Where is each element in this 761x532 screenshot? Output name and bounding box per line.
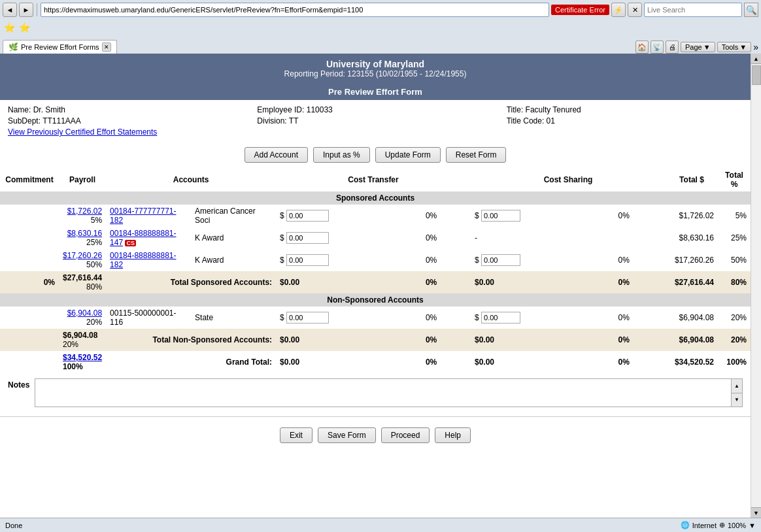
zoom-level: 100%	[728, 522, 746, 529]
back-button[interactable]: ◄	[3, 3, 17, 17]
feeds-button[interactable]: 📡	[651, 41, 664, 54]
input-as-pct-button[interactable]: Input as %	[313, 147, 370, 163]
reset-form-button[interactable]: Reset Form	[446, 147, 507, 163]
payroll-pct-3: 50%	[86, 260, 102, 269]
cs-input-1[interactable]	[481, 210, 520, 222]
status-right: 🌐 Internet ⊕ 100% ▼	[681, 521, 756, 529]
tab-bar: 🌿 Pre Review Effort Forms ✕ 🏠 📡 🖨 Page ▼…	[0, 35, 761, 54]
ct-dollar-cell-3: $	[276, 249, 422, 271]
table-row: $8,630.16 25% 00184-888888881-147 CS K A…	[0, 227, 751, 249]
ns-total-cs-dollar: $0.00	[471, 329, 614, 351]
col-header-total-dollar: Total $	[666, 168, 718, 191]
more-button[interactable]: »	[753, 42, 758, 52]
live-search-input[interactable]	[644, 3, 742, 17]
scroll-down-button[interactable]: ▼	[751, 507, 761, 518]
internet-icon: 🌐	[681, 521, 690, 529]
col-header-cost-sharing: Cost Sharing	[471, 168, 666, 191]
description-cell-3: K Award	[191, 249, 276, 271]
name-value: Dr. Smith	[33, 105, 65, 114]
ns-cs-input-1[interactable]	[481, 312, 520, 324]
favorites-star-button[interactable]: ⭐	[3, 21, 16, 34]
active-tab[interactable]: 🌿 Pre Review Effort Forms ✕	[3, 40, 117, 54]
vertical-scrollbar[interactable]: ▲ ▼	[751, 54, 761, 518]
exit-button[interactable]: Exit	[280, 427, 313, 443]
help-button[interactable]: Help	[435, 427, 471, 443]
gt-cs-dollar: $0.00	[471, 351, 614, 373]
scroll-up-button[interactable]: ▲	[751, 54, 761, 64]
browser-window: ◄ ► Certificate Error ⚡ ✕ 🔍 ⭐ ⭐ 🌿 Pre Re…	[0, 0, 761, 532]
grand-total-row: $34,520.52 100% Grand Total: $0.00 0% $0…	[0, 351, 751, 373]
add-account-button[interactable]: Add Account	[245, 147, 308, 163]
cert-error-button[interactable]: Certificate Error	[551, 5, 609, 15]
scroll-thumb[interactable]	[752, 65, 761, 85]
subdept-value: TT111AAA	[42, 116, 81, 125]
col-header-total-pct: Total %	[718, 168, 751, 191]
payroll-link-1[interactable]: $1,726.02	[67, 207, 102, 216]
non-sponsored-header: Non-Sponsored Accounts	[0, 293, 751, 307]
non-sponsored-total-row: $6,904.08 20% Total Non-Sponsored Accoun…	[0, 329, 751, 351]
view-link-row: View Previously Certified Effort Stateme…	[8, 127, 743, 137]
notes-scroll-up-button[interactable]: ▲	[732, 379, 742, 393]
search-go-button[interactable]: 🔍	[744, 3, 758, 17]
address-bar[interactable]	[41, 3, 549, 17]
proceed-button[interactable]: Proceed	[381, 427, 430, 443]
total-pct-cell-3: 50%	[718, 249, 751, 271]
gt-payroll-link[interactable]: $34,520.52	[63, 353, 102, 362]
ct-input-2[interactable]	[286, 232, 329, 244]
payroll-link-3[interactable]: $17,260.26	[63, 251, 102, 260]
save-form-button[interactable]: Save Form	[318, 427, 376, 443]
ct-input-1[interactable]	[286, 210, 329, 222]
page-button[interactable]: Page ▼	[681, 42, 715, 52]
subdept-label: SubDept:	[8, 116, 41, 125]
add-favorite-button[interactable]: ⭐	[18, 21, 31, 34]
commitment-cell	[0, 249, 59, 271]
employee-info: Name: Dr. Smith Employee ID: 110033 Titl…	[0, 100, 751, 142]
ns-payroll-link-1[interactable]: $6,904.08	[67, 308, 102, 318]
division-label: Division:	[257, 116, 286, 125]
bottom-button-row: Exit Save Form Proceed Help	[0, 421, 751, 450]
subdept-col: SubDept: TT111AAA	[8, 116, 244, 125]
refresh-button[interactable]: ⚡	[611, 3, 626, 17]
notes-scroll-down-button[interactable]: ▼	[732, 393, 742, 407]
account-link-cell-1: 00184-777777771-182	[106, 205, 191, 227]
notes-textarea[interactable]	[35, 379, 731, 407]
notes-textarea-container: ▲ ▼	[35, 378, 743, 407]
sponsored-total-commitment: 0%	[0, 271, 59, 293]
account-link-1[interactable]: 00184-777777771-182	[110, 207, 176, 225]
payroll-link-2[interactable]: $8,630.16	[67, 229, 102, 238]
tab-close-button[interactable]: ✕	[102, 42, 111, 52]
payroll-cell: $8,630.16 25%	[59, 227, 106, 249]
internet-label: Internet	[692, 522, 717, 529]
account-link-2[interactable]: 00184-888888881-147	[110, 229, 176, 247]
ct-pct-cell-3: 0%	[422, 249, 471, 271]
sponsored-total-cs-dollar: $0.00	[471, 271, 614, 293]
ns-total-commitment	[0, 329, 59, 351]
cs-input-3[interactable]	[481, 254, 520, 266]
view-certified-link[interactable]: View Previously Certified Effort Stateme…	[8, 127, 157, 137]
title-value: Faculty Tenured	[526, 105, 581, 114]
print-button[interactable]: 🖨	[666, 41, 679, 54]
gt-total-pct: 100%	[718, 351, 751, 373]
ns-ct-input-1[interactable]	[286, 312, 329, 324]
scroll-track[interactable]	[751, 64, 761, 507]
name-label: Name:	[8, 105, 31, 114]
forward-button[interactable]: ►	[19, 3, 33, 17]
status-bar: Done 🌐 Internet ⊕ 100% ▼	[0, 518, 761, 532]
ns-cs-pct-cell-1: 0%	[614, 307, 666, 329]
payroll-cell: $1,726.02 5%	[59, 205, 106, 227]
titlecode-value: 01	[547, 116, 555, 125]
description-cell-2: K Award	[191, 227, 276, 249]
ns-cs-dollar-cell-1: $	[471, 307, 614, 329]
home-button[interactable]: 🏠	[635, 41, 649, 54]
tools-button[interactable]: Tools ▼	[717, 42, 752, 52]
page-content-area: University of Maryland Reporting Period:…	[0, 54, 761, 518]
sponsored-total-label: Total Sponsored Accounts:	[106, 271, 276, 293]
account-link-3[interactable]: 00184-888888881-182	[110, 251, 176, 269]
ct-input-3[interactable]	[286, 254, 329, 266]
stop-button[interactable]: ✕	[628, 3, 642, 17]
empid-value: 110033	[307, 105, 333, 114]
sponsored-total-payroll: $27,616.44 80%	[59, 271, 106, 293]
gt-total-dollar: $34,520.52	[666, 351, 718, 373]
update-form-button[interactable]: Update Form	[375, 147, 441, 163]
notes-section: Notes ▲ ▼	[0, 373, 751, 412]
